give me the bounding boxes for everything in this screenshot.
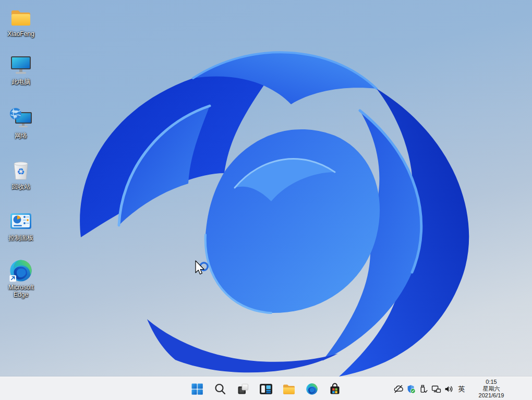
file-explorer-button[interactable] (279, 379, 299, 399)
desktop-icon-recycle-bin[interactable]: ♻ 回收站 (1, 158, 41, 190)
recycle-bin-icon: ♻ (9, 158, 33, 182)
ethernet-network-icon (431, 384, 441, 394)
desktop-icon-label: 控制面板 (8, 234, 33, 241)
desktop-icon-this-pc[interactable]: 此电脑 (1, 53, 41, 86)
folder-icon (282, 383, 296, 395)
monitor-icon (9, 53, 33, 77)
desktop-icon-microsoft-edge[interactable]: Microsoft Edge (1, 259, 41, 298)
desktop-icon-label: 回收站 (11, 183, 30, 190)
taskbar-clock[interactable]: 0:15 星期六 2021/6/19 (469, 379, 513, 399)
desktop-icon-label: 网络 (15, 132, 27, 139)
windows-logo-icon (191, 383, 203, 395)
control-panel-icon (9, 209, 33, 233)
desktop-wallpaper (0, 0, 532, 377)
clock-date: 2021/6/19 (469, 392, 513, 399)
start-button[interactable] (187, 379, 208, 399)
volume-icon (444, 384, 454, 394)
edge-icon (9, 259, 33, 283)
svg-text:♻: ♻ (17, 167, 25, 177)
desktop-icon-label: 此电脑 (11, 78, 30, 86)
system-tray: 英 0:15 星期六 2021/6/19 (392, 377, 532, 400)
desktop-icon-label: XiaoFeng (7, 30, 34, 38)
microsoft-store-button[interactable] (324, 379, 345, 399)
widgets-button[interactable] (256, 379, 276, 399)
network-globe-icon (9, 107, 33, 131)
usb-device-button[interactable] (417, 382, 430, 396)
windows-security-shield-icon (406, 384, 416, 394)
desktop-icon-control-panel[interactable]: 控制面板 (1, 209, 41, 241)
clock-weekday: 星期六 (469, 385, 513, 392)
desktop-icon-label: Microsoft Edge (2, 284, 40, 298)
folder-icon (9, 5, 33, 29)
taskbar: 英 0:15 星期六 2021/6/19 (0, 377, 532, 400)
windows11-bloom-artwork (0, 0, 532, 377)
network-button[interactable] (430, 382, 442, 396)
usb-device-icon (419, 384, 428, 394)
onedrive-offline-icon (394, 384, 403, 394)
desktop-icon-network[interactable]: 网络 (1, 107, 41, 139)
search-button[interactable] (210, 379, 231, 399)
search-icon (214, 383, 226, 395)
store-bag-icon (329, 383, 341, 395)
widgets-icon (259, 383, 273, 395)
edge-icon (306, 383, 318, 395)
volume-button[interactable] (442, 382, 455, 396)
clock-time: 0:15 (469, 379, 513, 385)
edge-browser-button[interactable] (301, 379, 322, 399)
onedrive-status-button[interactable] (392, 382, 405, 396)
ime-language-indicator[interactable]: 英 (455, 382, 468, 396)
windows11-desktop-screen: XiaoFeng 此电脑 (0, 0, 532, 400)
taskbar-center-buttons (187, 377, 345, 400)
task-view-icon (237, 383, 249, 395)
windows-security-button[interactable] (405, 382, 417, 396)
desktop-icon-xiaofeng[interactable]: XiaoFeng (1, 5, 41, 38)
task-view-button[interactable] (233, 379, 253, 399)
